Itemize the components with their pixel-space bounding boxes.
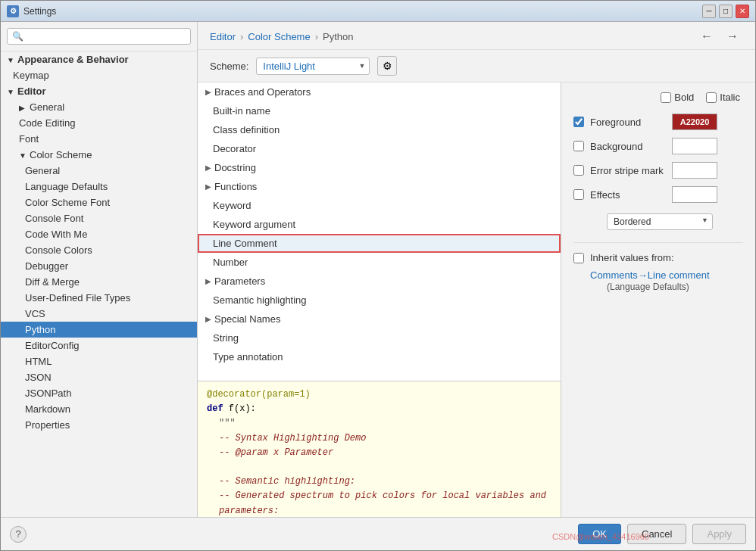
bold-checkbox[interactable] (661, 92, 671, 103)
effects-label: Effects (590, 189, 666, 201)
nav-back-button[interactable]: ← (696, 30, 717, 43)
error-stripe-checkbox[interactable] (573, 165, 584, 176)
list-item-number[interactable]: Number (198, 253, 561, 272)
list-item-parameters[interactable]: ▶Parameters (198, 272, 561, 291)
scheme-select[interactable]: IntelliJ Light Darcula High contrast (256, 58, 370, 75)
list-item-keyword-arg[interactable]: Keyword argument (198, 215, 561, 234)
background-checkbox[interactable] (573, 141, 584, 151)
list-item-functions[interactable]: ▶Functions (198, 177, 561, 196)
preview-line-8: -- Generated spectrum to pick colors for… (207, 489, 551, 517)
inherit-link[interactable]: Comments→Line comment (590, 269, 710, 281)
list-item-keyword[interactable]: Keyword (198, 196, 561, 215)
sidebar-item-console-colors[interactable]: Console Colors (1, 242, 197, 258)
breadcrumb-arrow-2: › (315, 31, 318, 42)
color-list: ▶Braces and Operators Built-in name Clas… (198, 82, 561, 381)
error-stripe-color-swatch[interactable] (672, 162, 717, 179)
help-button[interactable]: ? (10, 526, 27, 543)
foreground-label: Foreground (590, 117, 666, 128)
sidebar-item-color-scheme[interactable]: ▼Color Scheme (1, 147, 197, 163)
effects-dropdown[interactable]: Bordered Underscored Bold Underscored Un… (607, 213, 713, 230)
list-item-line-comment[interactable]: Line Comment (198, 234, 561, 253)
scheme-gear-button[interactable]: ⚙ (377, 56, 397, 76)
sidebar-item-json[interactable]: JSON (1, 369, 197, 385)
scheme-select-wrapper: IntelliJ Light Darcula High contrast (256, 58, 370, 75)
sidebar-item-general[interactable]: ▶General (1, 99, 197, 115)
sidebar-item-code-with-me[interactable]: Code With Me (1, 226, 197, 242)
inherit-checkbox[interactable] (573, 253, 584, 263)
right-panel: Editor › Color Scheme › Python ← → Schem… (198, 22, 755, 517)
inherit-label: Inherit values from: (590, 252, 674, 263)
nav-forward-button[interactable]: → (722, 30, 743, 43)
minimize-button[interactable]: ─ (702, 5, 716, 18)
window-icon: ⚙ (7, 5, 19, 17)
sidebar-item-font[interactable]: Font (1, 131, 197, 147)
sidebar-item-python[interactable]: Python (1, 322, 197, 338)
sidebar-item-appearance[interactable]: ▼Appearance & Behavior (1, 51, 197, 67)
breadcrumb-arrow-1: › (240, 31, 243, 42)
sidebar-item-cs-general[interactable]: General (1, 163, 197, 179)
foreground-checkbox[interactable] (573, 117, 584, 127)
search-box (1, 22, 197, 51)
inherit-link-wrapper: Comments→Line comment (Language Defaults… (590, 269, 743, 292)
breadcrumb-color-scheme[interactable]: Color Scheme (248, 31, 310, 42)
list-item-decorator[interactable]: Decorator (198, 139, 561, 158)
search-input[interactable] (7, 28, 191, 45)
breadcrumb-editor[interactable]: Editor (210, 31, 236, 42)
sidebar-item-properties[interactable]: Properties (1, 417, 197, 433)
preview-area: @decorator(param=1) def f(x): """ -- Syn… (198, 381, 561, 517)
list-item-type-annotation[interactable]: Type annotation (198, 347, 561, 366)
sidebar-item-vcs[interactable]: VCS (1, 306, 197, 322)
sidebar-item-editorconfig[interactable]: EditorConfig (1, 338, 197, 353)
effects-checkbox[interactable] (573, 189, 584, 200)
action-buttons: OK Cancel Apply (578, 524, 746, 544)
inherit-section: Inherit values from: Comments→Line comme… (573, 242, 743, 292)
list-item-string[interactable]: String (198, 328, 561, 347)
effects-row: Effects (573, 186, 743, 203)
sidebar-item-markdown[interactable]: Markdown (1, 401, 197, 417)
sidebar-item-code-editing[interactable]: Code Editing (1, 115, 197, 131)
breadcrumb-python: Python (323, 31, 353, 42)
bottom-bar: ? OK Cancel Apply (1, 517, 755, 550)
italic-checkbox[interactable] (706, 92, 717, 103)
background-row: Background (573, 138, 743, 154)
apply-button[interactable]: Apply (692, 524, 746, 544)
bold-label: Bold (674, 92, 694, 103)
close-button[interactable]: ✕ (736, 5, 749, 18)
breadcrumb: Editor › Color Scheme › Python ← → (198, 22, 755, 50)
ok-button[interactable]: OK (578, 524, 621, 544)
italic-label: Italic (720, 92, 740, 103)
preview-line-4: -- Syntax Highlighting Demo (207, 431, 551, 446)
foreground-color-swatch[interactable]: A22020 (672, 114, 717, 130)
scheme-bar: Scheme: IntelliJ Light Darcula High cont… (198, 50, 755, 82)
background-color-swatch[interactable] (672, 138, 717, 154)
sidebar-item-editor[interactable]: ▼Editor (1, 83, 197, 99)
error-stripe-label: Error stripe mark (590, 165, 666, 176)
error-stripe-row: Error stripe mark (573, 162, 743, 179)
sidebar-item-jsonpath[interactable]: JSONPath (1, 385, 197, 401)
sidebar-item-language-defaults[interactable]: Language Defaults (1, 179, 197, 195)
effects-type-wrapper: Bordered Underscored Bold Underscored Un… (590, 210, 743, 230)
maximize-button[interactable]: □ (719, 5, 733, 18)
main-content: ▼Appearance & Behavior Keymap ▼Editor ▶G… (1, 22, 755, 517)
bold-item: Bold (661, 92, 694, 103)
cancel-button[interactable]: Cancel (627, 524, 686, 544)
list-item-class-def[interactable]: Class definition (198, 120, 561, 139)
effects-dropdown-wrapper: Bordered Underscored Bold Underscored Un… (590, 210, 713, 230)
scheme-label: Scheme: (210, 61, 248, 72)
preview-line-6 (207, 460, 551, 475)
sidebar-item-debugger[interactable]: Debugger (1, 258, 197, 274)
sidebar-item-diff-merge[interactable]: Diff & Merge (1, 274, 197, 290)
preview-line-2: def f(x): (207, 402, 551, 416)
sidebar-item-console-font[interactable]: Console Font (1, 210, 197, 226)
editor-area: ▶Braces and Operators Built-in name Clas… (198, 82, 755, 517)
sidebar-item-color-scheme-font[interactable]: Color Scheme Font (1, 195, 197, 210)
list-item-braces[interactable]: ▶Braces and Operators (198, 82, 561, 101)
effects-color-swatch[interactable] (672, 186, 717, 203)
list-item-docstring[interactable]: ▶Docstring (198, 158, 561, 177)
list-item-special-names[interactable]: ▶Special Names (198, 310, 561, 328)
list-item-semantic-highlighting[interactable]: Semantic highlighting (198, 291, 561, 310)
sidebar-item-html[interactable]: HTML (1, 353, 197, 369)
sidebar-item-keymap[interactable]: Keymap (1, 67, 197, 83)
sidebar-item-user-defined[interactable]: User-Defined File Types (1, 290, 197, 306)
list-item-builtin-name[interactable]: Built-in name (198, 101, 561, 120)
